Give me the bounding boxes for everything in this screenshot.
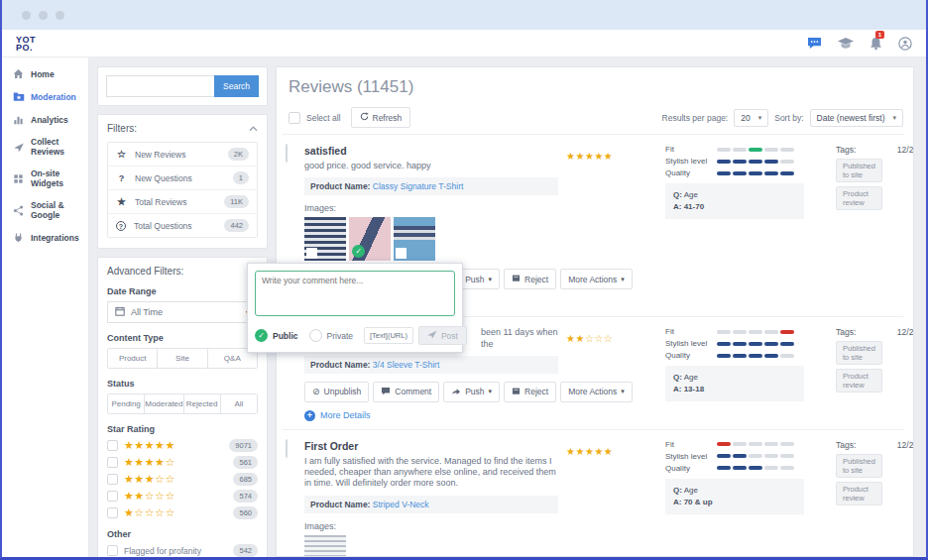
action-label: Push — [465, 275, 484, 284]
reject-button[interactable]: Reject — [504, 382, 556, 402]
rating-bar-fit: Fit — [665, 327, 824, 336]
other-filter-flagged-for-profanity: Flagged for profanity 542 — [107, 544, 258, 557]
search-button[interactable]: Search — [214, 75, 259, 97]
bar-segment — [780, 454, 794, 458]
comment-textarea[interactable] — [255, 271, 455, 316]
review-image-thumbnail[interactable] — [394, 217, 435, 261]
review-date: 12/25/18 — [882, 327, 914, 421]
bar-segment — [733, 148, 747, 152]
images-label: Images: — [304, 521, 558, 531]
academy-icon[interactable] — [838, 38, 854, 50]
sidebar-item-home[interactable]: Home — [2, 62, 88, 85]
select-all-checkbox[interactable] — [289, 112, 300, 124]
sidebar-item-on-site-widgets[interactable]: On-site Widgets — [2, 163, 88, 194]
star-filter-checkbox[interactable] — [107, 440, 118, 451]
review-image-thumbnail[interactable] — [304, 217, 346, 261]
star-filter-row-2: ★★☆☆☆ 574 — [107, 490, 258, 503]
status-option-all[interactable]: All — [220, 394, 257, 413]
product-link[interactable]: Striped V-Neck — [373, 500, 429, 509]
push-button[interactable]: Push ▾ — [443, 382, 500, 402]
notifications-icon[interactable]: 1 — [870, 37, 882, 51]
product-link[interactable]: 3/4 Sleeve T-Shirt — [373, 360, 439, 370]
star-filter-checkbox[interactable] — [107, 507, 118, 518]
product-link[interactable]: Classy Signature T-Shirt — [373, 181, 464, 191]
star-filter-checkbox[interactable] — [107, 474, 118, 485]
sidebar-item-analytics[interactable]: Analytics — [2, 108, 88, 131]
chevron-up-icon[interactable] — [249, 123, 258, 134]
public-label: Public — [273, 331, 298, 341]
post-button[interactable]: Post — [418, 326, 467, 345]
count-badge: 561 — [233, 456, 258, 469]
comment-button[interactable]: Comment — [373, 382, 439, 402]
unpublish-button[interactable]: ⊘ Unpublish — [304, 382, 369, 402]
star-filter-checkbox[interactable] — [107, 491, 118, 502]
reject-icon — [512, 387, 521, 397]
reject-button[interactable]: Reject — [504, 269, 556, 289]
bar-segment — [717, 171, 731, 175]
bar-segment — [764, 342, 778, 346]
status-option-rejected[interactable]: Rejected — [183, 394, 220, 413]
filters-title: Filters: — [107, 123, 137, 134]
count-badge: 2K — [228, 148, 249, 161]
bar-segment — [749, 148, 762, 152]
social-icon — [13, 205, 24, 216]
markdown-hint-button[interactable]: [Text](URL) — [364, 327, 413, 344]
product-name-row: Product Name: 3/4 Sleeve T-Shirt — [304, 356, 558, 374]
sidebar-item-social-google[interactable]: Social & Google — [2, 194, 88, 226]
date-range-label: Date Range — [107, 286, 258, 296]
select-all-label: Select all — [306, 113, 341, 123]
filter-item-total-reviews[interactable]: ★ Total Reviews 11K — [108, 189, 257, 213]
window-control-dot[interactable] — [22, 11, 31, 20]
notification-badge: 1 — [875, 31, 884, 39]
status-option-pending[interactable]: Pending — [108, 394, 144, 413]
bar-label: Fit — [665, 440, 717, 449]
approved-check-icon: ✓ — [352, 245, 365, 258]
review-tags: Tags: Published to siteProduct review — [824, 327, 882, 421]
filter-item-new-questions[interactable]: ? New Questions 1 — [108, 166, 257, 189]
private-radio[interactable] — [309, 329, 322, 342]
other-filter-checkbox[interactable] — [107, 545, 118, 556]
content-type-option-site[interactable]: Site — [157, 349, 206, 368]
refresh-icon — [360, 112, 369, 123]
review-image-thumbnail[interactable] — [304, 535, 346, 558]
filter-item-total-questions[interactable]: ? Total Questions 442 — [108, 213, 257, 237]
more-details-link[interactable]: + More Details — [304, 410, 558, 421]
bar-segment — [717, 342, 731, 346]
rating-bar-quality: Quality — [665, 464, 824, 473]
tag-pill: Product review — [836, 482, 882, 505]
chat-icon[interactable] — [807, 37, 822, 50]
action-label: Reject — [524, 387, 548, 396]
yotpo-logo[interactable]: YOT PO. — [16, 36, 36, 52]
qa-answer: A: 41-70 — [673, 201, 796, 213]
bar-segment — [764, 148, 778, 152]
date-range-select[interactable]: All Time ▾ — [107, 301, 258, 323]
window-control-dot[interactable] — [39, 11, 48, 20]
bar-segment — [717, 148, 731, 152]
sort-by-select[interactable]: Date (newest first) ▾ — [810, 109, 903, 127]
public-radio[interactable]: ✓ — [255, 329, 268, 342]
bar-segment — [764, 466, 778, 470]
results-per-page-select[interactable]: 20 ▾ — [734, 109, 768, 127]
sidebar-item-collect-reviews[interactable]: Collect Reviews — [2, 131, 88, 163]
profile-icon[interactable] — [898, 37, 912, 51]
review-checkbox[interactable] — [286, 144, 288, 163]
sidebar-item-moderation[interactable]: Moderation — [2, 85, 88, 108]
bar-label: Quality — [665, 464, 717, 473]
review-text: been 11 days when the — [481, 327, 558, 350]
bar-segment — [764, 454, 778, 458]
question-answer-box: Q: Age A: 13-18 — [665, 366, 804, 401]
search-input[interactable] — [106, 75, 214, 97]
review-checkbox[interactable] — [286, 439, 288, 458]
window-control-dot[interactable] — [56, 11, 64, 20]
sidebar-item-integrations[interactable]: Integrations — [2, 226, 88, 249]
review-image-thumbnail[interactable]: ✓ — [349, 217, 391, 261]
app-header: YOT PO. 1 — [2, 30, 926, 57]
star-filter-row-3: ★★★☆☆ 685 — [107, 473, 258, 486]
filter-item-new-reviews[interactable]: ☆ New Reviews 2K — [108, 143, 257, 166]
widgets-icon — [13, 173, 24, 184]
status-option-moderated[interactable]: Moderated — [144, 394, 182, 413]
star-filter-checkbox[interactable] — [107, 457, 118, 468]
content-type-option-product[interactable]: Product — [108, 349, 157, 368]
content-area: Home Moderation Analytics Collect Review… — [2, 57, 926, 557]
refresh-button[interactable]: Refresh — [351, 107, 411, 128]
